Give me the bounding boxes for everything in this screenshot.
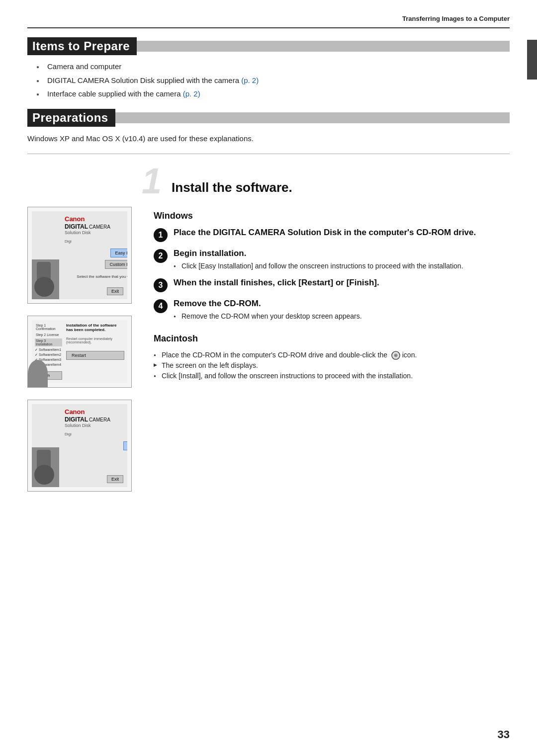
check-item-1: SoftwareItem1 (35, 348, 62, 352)
step-title-1: Place the DIGITAL CAMERA Solution Disk i… (174, 227, 510, 238)
exit-btn-1[interactable]: Exit (107, 287, 123, 295)
step-desc-2: Click [Easy Installation] and follow the… (174, 261, 510, 271)
screenshots-column: Canon DIGITAL CAMERA Solution Disk Digi … (27, 207, 142, 492)
screenshot-windows-1: Canon DIGITAL CAMERA Solution Disk Digi … (27, 207, 132, 304)
mac-bullet-1: Place the CD-ROM in the computer's CD-RO… (154, 350, 510, 360)
edge-marker (527, 40, 537, 80)
canon-logo-mac: Canon (65, 408, 127, 416)
mac-section: Macintosh Place the CD-ROM in the comput… (154, 334, 510, 381)
step-content-1: Place the DIGITAL CAMERA Solution Disk i… (174, 227, 510, 240)
restart-btn[interactable]: Restart (66, 351, 124, 360)
screenshot-mac-inner: Canon DIGITAL CAMERA Solution Disk Digi … (32, 404, 127, 487)
canon-logo: Canon (65, 215, 127, 223)
digital-camera-label-mac: DIGITAL CAMERA (65, 416, 127, 423)
page-container: Transferring Images to a Computer Items … (0, 0, 537, 756)
screenshot-windows-2: Step 1 Confirmation Step 2 License Step … (27, 316, 132, 388)
win1-buttons: Easy Installation Custom Installation Se… (65, 249, 127, 279)
screenshot-win1-inner: Canon DIGITAL CAMERA Solution Disk Digi … (32, 211, 127, 299)
photo-placeholder-1 (32, 259, 59, 299)
mac-bullet-3: Click [Install], and follow the onscreen… (154, 371, 510, 381)
check-item-2: SoftwareItem2 (35, 353, 62, 357)
sidebar-step2: Step 2 License (35, 333, 62, 337)
steps-column: Windows 1 Place the DIGITAL CAMERA Solut… (142, 207, 510, 492)
photo-placeholder-mac (32, 447, 59, 487)
custom-install-btn[interactable]: Custom Installation (105, 260, 127, 269)
list-item: Interface cable supplied with the camera… (36, 88, 510, 100)
svg-point-2 (395, 355, 396, 356)
page-number: 33 (498, 728, 510, 741)
mac-buttons: Install (65, 441, 127, 450)
step-title-3: When the install finishes, click [Restar… (174, 277, 510, 288)
digital-bold-mac: DIGITAL (65, 416, 88, 423)
mac-arrow-bullet: The screen on the left displays. (154, 360, 510, 371)
step-circle-3: 3 (154, 278, 168, 292)
preparations-heading-bar (115, 112, 510, 123)
step-content-2: Begin installation. Click [Easy Installa… (174, 248, 510, 271)
macintosh-heading: Macintosh (154, 334, 510, 344)
step1-big-number: 1 (142, 163, 162, 199)
select-label: Select the software that you want to ins… (65, 274, 127, 279)
section-divider (27, 154, 510, 154)
exit-btn-mac[interactable]: Exit (107, 475, 123, 483)
restart-text: Restart computer immediately (recommende… (66, 337, 124, 344)
solution-disk-label-mac: Solution Disk (65, 423, 127, 428)
step-title-2: Begin installation. (174, 248, 510, 259)
link-p2-cable[interactable]: (p. 2) (183, 89, 200, 98)
step-desc-4: Remove the CD-ROM when your desktop scre… (174, 311, 510, 322)
screenshot-win2-inner: Step 1 Confirmation Step 2 License Step … (32, 320, 127, 383)
bullet-text-before: Interface cable supplied with the camera (47, 89, 183, 98)
bullet-text-before: DIGITAL CAMERA Solution Disk supplied wi… (47, 76, 241, 84)
items-bullet-list: Camera and computer DIGITAL CAMERA Solut… (36, 61, 510, 100)
step1-main-title: Install the software. (172, 180, 292, 199)
digital-bold: DIGITAL (65, 223, 88, 230)
list-item: DIGITAL CAMERA Solution Disk supplied wi… (36, 75, 510, 86)
photo-circle-mac (34, 465, 54, 485)
solution-disk-label: Solution Disk (65, 230, 127, 235)
link-p2-disk[interactable]: (p. 2) (241, 76, 259, 84)
step-item-2: 2 Begin installation. Click [Easy Instal… (154, 248, 510, 271)
step-item-1: 1 Place the DIGITAL CAMERA Solution Disk… (154, 227, 510, 242)
preparations-heading: Preparations (27, 109, 510, 127)
windows-heading: Windows (154, 211, 510, 221)
content-area: Canon DIGITAL CAMERA Solution Disk Digi … (27, 207, 510, 492)
easy-install-btn[interactable]: Easy Installation (110, 249, 127, 257)
preparations-heading-text: Preparations (27, 109, 115, 127)
sidebar-step3: Step 3 Installation (35, 338, 62, 346)
photo-circle (34, 277, 54, 297)
header-bar: Transferring Images to a Computer (27, 15, 510, 28)
step-item-3: 3 When the install finishes, click [Rest… (154, 277, 510, 292)
install-complete-msg: Installation of the software has been co… (66, 323, 124, 332)
preparations-description: Windows XP and Mac OS X (v10.4) are used… (27, 133, 510, 145)
items-heading-text: Items to Prepare (27, 37, 137, 55)
header-title: Transferring Images to a Computer (402, 15, 510, 22)
screenshot-mac: Canon DIGITAL CAMERA Solution Disk Digi … (27, 400, 132, 492)
items-heading-bar (137, 41, 510, 52)
step-content-4: Remove the CD-ROM. Remove the CD-ROM whe… (174, 298, 510, 322)
step-circle-1: 1 (154, 228, 168, 242)
camera-text: CAMERA (89, 224, 110, 230)
digi-label: Digi (65, 239, 127, 244)
sidebar-step1: Step 1 Confirmation (35, 323, 62, 331)
items-to-prepare-heading: Items to Prepare (27, 37, 510, 55)
install-btn-mac[interactable]: Install (123, 441, 127, 450)
step-circle-4: 4 (154, 299, 168, 313)
digi-label-mac: Digi (65, 432, 127, 436)
win2-content: Installation of the software has been co… (66, 323, 124, 380)
step1-main-heading: 1 Install the software. (27, 163, 510, 199)
list-item: Camera and computer (36, 61, 510, 73)
step-content-3: When the install finishes, click [Restar… (174, 277, 510, 290)
step-title-4: Remove the CD-ROM. (174, 298, 510, 309)
bullet-text: Camera and computer (47, 62, 121, 71)
cd-rom-icon (391, 351, 400, 360)
digital-camera-label: DIGITAL CAMERA (65, 223, 127, 230)
step-item-4: 4 Remove the CD-ROM. Remove the CD-ROM w… (154, 298, 510, 322)
camera-text-mac: CAMERA (89, 417, 110, 422)
step-circle-2: 2 (154, 249, 168, 263)
